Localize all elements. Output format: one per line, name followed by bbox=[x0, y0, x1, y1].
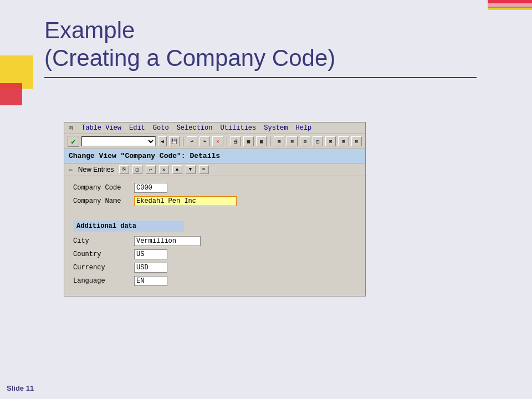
sap-window: 🖹 Table View Edit Goto Selection Utiliti… bbox=[64, 122, 366, 296]
save-btn[interactable]: 💾 bbox=[169, 136, 180, 146]
delete-btn[interactable]: ✕ bbox=[159, 165, 169, 174]
additional-data-title: Additional data bbox=[73, 221, 184, 232]
title-line2: (Creating a Company Code) bbox=[44, 45, 335, 71]
decorative-bars bbox=[488, 0, 532, 10]
move-up-btn[interactable]: ▲ bbox=[172, 165, 182, 174]
company-name-input[interactable] bbox=[134, 196, 237, 206]
company-code-row: Company Code bbox=[73, 183, 356, 193]
menu-bar: 🖹 Table View Edit Goto Selection Utiliti… bbox=[64, 122, 365, 134]
left-decorative-squares bbox=[0, 55, 33, 105]
pencil-icon: ✏ bbox=[69, 165, 73, 174]
btn8[interactable]: ⊡ bbox=[325, 136, 336, 146]
menu-table-view[interactable]: Table View bbox=[81, 124, 121, 132]
slide-title-area: Example (Creating a Company Code) bbox=[44, 17, 477, 78]
move-down-btn[interactable]: ▼ bbox=[186, 165, 196, 174]
sub-toolbar: ✏ New Entries ⎘ ◫ ↩ ✕ ▲ ▼ ≡ bbox=[64, 163, 365, 176]
toolbar: ✔ ◀ 💾 ↩ ↪ ✕ 🖨 ▦ ▦ ⊞ ⊟ ⊠ ◫ ⊡ ⊞ ⊟ bbox=[64, 134, 365, 149]
title-underline bbox=[44, 77, 477, 78]
details-btn[interactable]: ◫ bbox=[132, 165, 142, 174]
copy-btn[interactable]: ⎘ bbox=[119, 165, 129, 174]
check-button[interactable]: ✔ bbox=[68, 136, 79, 147]
language-input[interactable] bbox=[134, 276, 167, 286]
toolbar-dropdown[interactable] bbox=[81, 136, 156, 146]
slide-number: Slide 11 bbox=[7, 384, 34, 392]
additional-data-section: Additional data City Country Currency La… bbox=[64, 216, 365, 296]
company-name-label: Company Name bbox=[73, 197, 134, 205]
nav-prev-btn[interactable]: ◀ bbox=[158, 136, 166, 146]
form-area: Company Code Company Name bbox=[64, 176, 365, 216]
city-label: City bbox=[73, 237, 134, 245]
currency-row: Currency bbox=[73, 263, 356, 273]
new-entries-button[interactable]: New Entries bbox=[76, 165, 116, 174]
cancel-btn[interactable]: ✕ bbox=[212, 136, 223, 146]
city-row: City bbox=[73, 236, 356, 246]
section-title: Change View "Company Code": Details bbox=[64, 149, 365, 163]
currency-label: Currency bbox=[73, 264, 134, 272]
menu-goto[interactable]: Goto bbox=[153, 124, 169, 132]
sort-btn[interactable]: ≡ bbox=[199, 165, 209, 174]
btn7[interactable]: ◫ bbox=[313, 136, 323, 146]
btn3[interactable]: ▦ bbox=[256, 136, 267, 146]
separator3 bbox=[270, 137, 270, 146]
city-input[interactable] bbox=[134, 236, 201, 246]
print-btn[interactable]: 🖨 bbox=[231, 136, 241, 146]
menu-help[interactable]: Help bbox=[295, 124, 311, 132]
btn2[interactable]: ▦ bbox=[243, 136, 254, 146]
forward-btn[interactable]: ↪ bbox=[200, 136, 210, 146]
separator2 bbox=[227, 137, 227, 146]
table-view-icon: 🖹 bbox=[68, 125, 74, 132]
menu-edit[interactable]: Edit bbox=[129, 124, 145, 132]
btn9[interactable]: ⊞ bbox=[338, 136, 349, 146]
undo-btn[interactable]: ↩ bbox=[146, 165, 156, 174]
company-code-input[interactable] bbox=[134, 183, 167, 193]
language-label: Language bbox=[73, 277, 134, 285]
btn4[interactable]: ⊞ bbox=[274, 136, 284, 146]
menu-system[interactable]: System bbox=[264, 124, 288, 132]
currency-input[interactable] bbox=[134, 263, 167, 273]
menu-utilities[interactable]: Utilities bbox=[220, 124, 256, 132]
btn6[interactable]: ⊠ bbox=[300, 136, 310, 146]
separator1 bbox=[183, 137, 183, 146]
country-input[interactable] bbox=[134, 249, 167, 259]
company-code-label: Company Code bbox=[73, 184, 134, 192]
country-label: Country bbox=[73, 250, 134, 258]
language-row: Language bbox=[73, 276, 356, 286]
btn10[interactable]: ⊟ bbox=[351, 136, 362, 146]
btn5[interactable]: ⊟ bbox=[287, 136, 297, 146]
country-row: Country bbox=[73, 249, 356, 259]
back-btn[interactable]: ↩ bbox=[187, 136, 197, 146]
company-name-row: Company Name bbox=[73, 196, 356, 206]
title-line1: Example bbox=[44, 17, 135, 43]
menu-selection[interactable]: Selection bbox=[177, 124, 213, 132]
